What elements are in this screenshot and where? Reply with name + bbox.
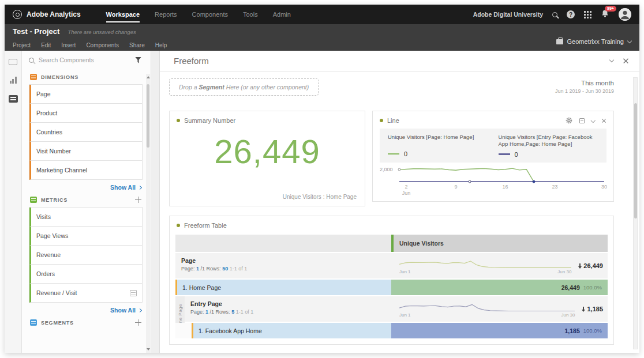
menu-project[interactable]: Project — [13, 42, 31, 48]
rows-value[interactable]: 5 — [231, 309, 234, 315]
page-value[interactable]: 1 — [205, 309, 208, 315]
chart-marker[interactable] — [469, 180, 471, 183]
row-label-cell[interactable]: 1. Home Page — [175, 280, 391, 295]
nav-tools[interactable]: Tools — [243, 5, 258, 24]
line-chart[interactable]: 2,000 2 9 16 23 30 Jun — [399, 167, 604, 201]
dimension-row-entry-page[interactable]: Entry Page Page: 1 /1 Rows: 5 1-1 of 1 — [175, 296, 608, 322]
legend-entry[interactable]: Unique Visitors [Entry Page: Facebook Ap… — [499, 134, 599, 158]
project-menu: Project Edit Insert Components Share Hel… — [13, 42, 167, 48]
panel-title: Freeform — [174, 56, 209, 66]
visualizations-rail-icon[interactable] — [10, 77, 17, 84]
add-metric-icon[interactable] — [135, 197, 141, 203]
table-row-home-page[interactable]: 1. Home Page 26,449 100.0% — [175, 280, 608, 295]
rows-value[interactable]: 50 — [222, 266, 228, 272]
menu-share[interactable]: Share — [129, 42, 145, 48]
nav-reports[interactable]: Reports — [155, 5, 177, 24]
line-chart-plot[interactable] — [399, 167, 604, 182]
metric-header-cell[interactable]: Unique Visitors — [391, 235, 608, 252]
add-segment-icon[interactable] — [135, 319, 141, 326]
sparkline-page: Jun 1 Jun 30 — [399, 259, 571, 273]
org-name[interactable]: Adobe Digital University — [473, 11, 543, 18]
sort-desc-icon — [579, 263, 581, 268]
row-value-cell[interactable]: 1,185 100.0% — [391, 323, 608, 338]
search-components-input[interactable]: Search Components — [39, 56, 130, 63]
dimension-visit-number[interactable]: Visit Number — [29, 142, 142, 161]
table-row-facebook-app-home[interactable]: 1. Facebook App Home 1,185 100.0% — [175, 323, 608, 338]
report-suite-selector[interactable]: Geometrixx Training — [556, 38, 631, 48]
legend-entry[interactable]: Unique Visitors [Page: Home Page] 0 — [388, 134, 488, 158]
metric-orders[interactable]: Orders — [29, 265, 142, 284]
dimensions-show-all-link[interactable]: Show All — [29, 184, 141, 191]
viz-title: Freeform Table — [184, 222, 227, 229]
viz-title: Summary Number — [184, 117, 235, 124]
x-axis-tick: 2 — [405, 184, 408, 190]
top-bar-right: Adobe Digital University ? 99+ — [473, 8, 631, 21]
collapse-viz-icon[interactable] — [590, 118, 595, 123]
column-total[interactable]: 1,185 — [583, 306, 603, 312]
column-total[interactable]: 26,449 — [579, 262, 603, 269]
menu-help[interactable]: Help — [155, 42, 167, 48]
nav-workspace[interactable]: Workspace — [106, 5, 140, 24]
dimension-label: Marketing Channel — [36, 167, 87, 174]
main-scrollbar[interactable] — [633, 77, 638, 349]
chevron-down-icon — [627, 38, 632, 43]
menu-components[interactable]: Components — [86, 42, 119, 48]
show-all-label: Show All — [110, 184, 136, 191]
close-viz-icon[interactable] — [600, 117, 608, 125]
analytics-workspace-app: Adobe Analytics Workspace Reports Compon… — [5, 5, 639, 353]
scroll-up-icon[interactable] — [147, 76, 150, 78]
dimension-product[interactable]: Product — [29, 104, 142, 123]
row-label-cell[interactable]: 1. Facebook App Home — [192, 323, 391, 338]
unsaved-changes-note: There are unsaved changes — [68, 29, 136, 35]
close-panel-icon[interactable] — [621, 56, 631, 66]
metric-page-views[interactable]: Page Views — [29, 227, 142, 246]
summary-number-caption: Unique Visitors : Home Page — [283, 194, 357, 200]
metric-revenue-per-visit[interactable]: Revenue / Visit — [29, 284, 142, 303]
filter-icon[interactable] — [135, 57, 141, 63]
main-scroll-thumb[interactable] — [634, 103, 637, 218]
panels-rail-icon[interactable] — [9, 59, 17, 65]
segment-drop-zone[interactable]: Drop a Segment Here (or any other compon… — [169, 78, 319, 96]
page-value[interactable]: 1 — [196, 266, 199, 272]
user-avatar[interactable] — [619, 8, 631, 21]
app-switcher-icon[interactable] — [584, 11, 591, 18]
row-value-cell[interactable]: 26,449 100.0% — [391, 280, 608, 295]
menu-insert[interactable]: Insert — [61, 42, 76, 48]
notifications-bell-icon[interactable]: 99+ — [601, 9, 609, 20]
date-range-selector[interactable]: This month Jun 1 2019 - Jun 30 2019 — [555, 80, 614, 94]
project-title[interactable]: Test - Project — [13, 27, 59, 36]
menu-edit[interactable]: Edit — [41, 42, 51, 48]
dimension-header-cell[interactable] — [175, 235, 391, 252]
help-icon[interactable]: ? — [567, 10, 575, 18]
report-suite-name: Geometrixx Training — [567, 38, 624, 45]
scroll-down-icon[interactable] — [147, 348, 150, 351]
copy-icon[interactable] — [579, 118, 585, 123]
metric-visits[interactable]: Visits — [29, 208, 142, 227]
sidebar-scroll-thumb[interactable] — [147, 84, 149, 148]
metric-revenue[interactable]: Revenue — [29, 246, 142, 265]
viz-color-dot[interactable] — [380, 119, 383, 122]
gear-icon[interactable] — [566, 117, 572, 124]
nav-admin[interactable]: Admin — [273, 5, 291, 24]
dimension-marketing-channel[interactable]: Marketing Channel — [29, 161, 142, 180]
dropzone-text-bold: Segment — [199, 84, 224, 91]
chart-marker[interactable] — [398, 168, 401, 171]
page-total: /1 — [201, 266, 205, 272]
nav-components[interactable]: Components — [192, 5, 228, 24]
metric-label: Revenue — [36, 251, 61, 258]
metrics-show-all-link[interactable]: Show All — [29, 307, 141, 314]
viz-color-dot[interactable] — [177, 224, 180, 227]
show-all-label: Show All — [110, 307, 136, 314]
dimension-countries[interactable]: Countries — [29, 123, 142, 142]
search-icon[interactable] — [552, 12, 557, 17]
metric-label: Orders — [36, 270, 55, 277]
collapse-panel-icon[interactable] — [609, 58, 614, 62]
x-axis-tick: 30 — [601, 184, 607, 190]
viz-color-dot[interactable] — [177, 119, 180, 122]
components-rail-icon[interactable] — [9, 95, 18, 103]
dimension-row-page[interactable]: Page Page: 1 /1 Rows: 50 1-1 of 1 — [175, 253, 608, 278]
dimension-page[interactable]: Page — [29, 85, 142, 104]
chart-marker[interactable] — [532, 180, 535, 183]
sidebar-scrollbar[interactable] — [146, 74, 150, 353]
adobe-experience-cloud-logo[interactable] — [13, 10, 22, 19]
